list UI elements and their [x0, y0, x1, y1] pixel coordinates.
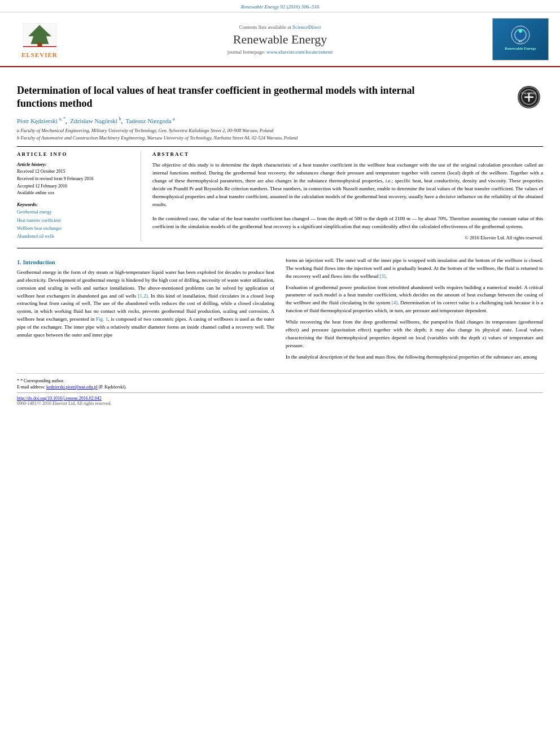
body-col2-p3: While recovering the heat from the deep …: [286, 318, 543, 350]
right-logo-title: Renewable Energy: [504, 45, 537, 53]
email-line: E-mail address: kedzierski.piotr@wat.edu…: [17, 385, 543, 390]
received-revised-date: Received in revised form 9 February 2016: [17, 176, 132, 183]
abstract-text-p2: In the considered case, the value of the…: [152, 215, 543, 231]
authors: Piotr Kędzierski a, *, Zdzisław Nagórski…: [17, 116, 543, 124]
ref-link-3[interactable]: [3]: [379, 273, 386, 279]
footer: * * Corresponding author. E-mail address…: [17, 373, 543, 406]
science-direct-link[interactable]: ScienceDirect: [292, 24, 321, 30]
two-col-body: 1. Introduction Geothermal energy in the…: [17, 257, 543, 365]
body-col1-p1: Geothermal energy in the form of dry ste…: [17, 269, 274, 339]
affiliation-b: b Faculty of Automotive and Construction…: [17, 134, 543, 142]
received-date: Received 12 October 2015: [17, 168, 132, 176]
article-dates: Received 12 October 2015 Received in rev…: [17, 168, 132, 197]
crossmark-icon: CrossMark: [518, 86, 540, 108]
elsevier-logo-left: ELSEVIER: [11, 21, 68, 58]
divider-1: [17, 146, 543, 147]
article-info-title: ARTICLE INFO: [17, 151, 132, 157]
article-title-section: Determination of local values of heat tr…: [17, 76, 543, 116]
body-col2-p2: Evaluation of geothermal power productio…: [286, 284, 543, 316]
doi-line: http://dx.doi.org/10.1016/j.renene.2016.…: [17, 396, 543, 401]
affiliations: a Faculty of Mechanical Engineering, Mil…: [17, 127, 543, 142]
article-info-col: ARTICLE INFO Article history: Received 1…: [17, 151, 141, 241]
svg-point-6: [519, 29, 522, 33]
elsevier-tree-svg: [19, 21, 61, 49]
two-col-info: ARTICLE INFO Article history: Received 1…: [17, 151, 543, 241]
corresponding-author-note: * * Corresponding author.: [17, 378, 543, 383]
contents-available: Contents lists available at ScienceDirec…: [68, 24, 492, 30]
author-link-1[interactable]: Piotr Kędzierski: [17, 117, 58, 124]
abstract-title: ABSTRACT: [152, 151, 543, 157]
footer-rights: 0960-1481/© 2016 Elsevier Ltd. All right…: [17, 401, 543, 406]
fig1-link[interactable]: Fig. 1: [96, 316, 108, 322]
keywords-label: Keywords:: [17, 202, 132, 207]
footer-divider: [17, 392, 543, 393]
keyword-3[interactable]: Wellbore heat exchanger: [17, 225, 132, 233]
svg-rect-2: [37, 42, 42, 46]
body-col-right: forms an injection well. The outer wall …: [286, 257, 543, 365]
top-bar: Renewable Energy 92 (2016) 506–516: [0, 0, 560, 12]
keyword-1[interactable]: Geothermal energy: [17, 208, 132, 216]
ref-link-4[interactable]: [4]: [392, 300, 398, 305]
affiliation-a: a Faculty of Mechanical Engineering, Mil…: [17, 127, 543, 134]
journal-header: ELSEVIER Contents lists available at Sci…: [0, 12, 560, 67]
body-col-left: 1. Introduction Geothermal energy in the…: [17, 257, 274, 365]
body-col2-p1: forms an injection well. The outer wall …: [286, 257, 543, 281]
body-col2-p4: In the analytical description of the hea…: [286, 353, 543, 361]
keyword-4[interactable]: Abandoned oil wells: [17, 233, 132, 241]
main-content: Determination of local values of heat tr…: [0, 67, 560, 414]
article-title: Determination of local values of heat tr…: [17, 84, 448, 111]
svg-text:RE: RE: [518, 40, 523, 43]
email-link[interactable]: kedzierski.piotr@wat.edu.pl: [46, 385, 98, 390]
copyright: © 2016 Elsevier Ltd. All rights reserved…: [152, 235, 543, 241]
author-link-2[interactable]: Zdzisław Nagórski: [70, 117, 117, 124]
keyword-2[interactable]: Heat transfer coefficient: [17, 217, 132, 225]
author-link-3[interactable]: Tadeusz Niezgoda: [126, 117, 172, 124]
section1-heading: 1. Introduction: [17, 259, 274, 265]
homepage-url[interactable]: www.elsevier.com/locate/renene: [266, 49, 333, 55]
journal-homepage: journal homepage: www.elsevier.com/locat…: [68, 49, 492, 55]
accepted-date: Accepted 12 February 2016: [17, 183, 132, 190]
doi-link[interactable]: http://dx.doi.org/10.1016/j.renene.2016.…: [17, 396, 102, 401]
journal-right-logo: RE Renewable Energy: [492, 18, 549, 60]
journal-ref-link[interactable]: Renewable Energy 92 (2016) 506–516: [241, 4, 320, 10]
body-content: 1. Introduction Geothermal energy in the…: [17, 257, 543, 365]
available-date: Available online xxx: [17, 190, 132, 197]
journal-title-header: Renewable Energy: [68, 32, 492, 47]
history-label: Article history:: [17, 161, 132, 167]
keywords-list: Geothermal energy Heat transfer coeffici…: [17, 208, 132, 241]
abstract-col: ABSTRACT The objective of this study is …: [152, 151, 543, 241]
abstract-text-p1: The objective of this study is to determ…: [152, 161, 543, 209]
divider-2: [17, 248, 543, 248]
journal-center-info: Contents lists available at ScienceDirec…: [68, 24, 492, 55]
crossmark: CrossMark: [515, 84, 543, 110]
right-logo-icon: RE: [511, 25, 531, 45]
ref-link-12[interactable]: [1,2]: [138, 293, 147, 299]
elsevier-text: ELSEVIER: [21, 51, 58, 58]
